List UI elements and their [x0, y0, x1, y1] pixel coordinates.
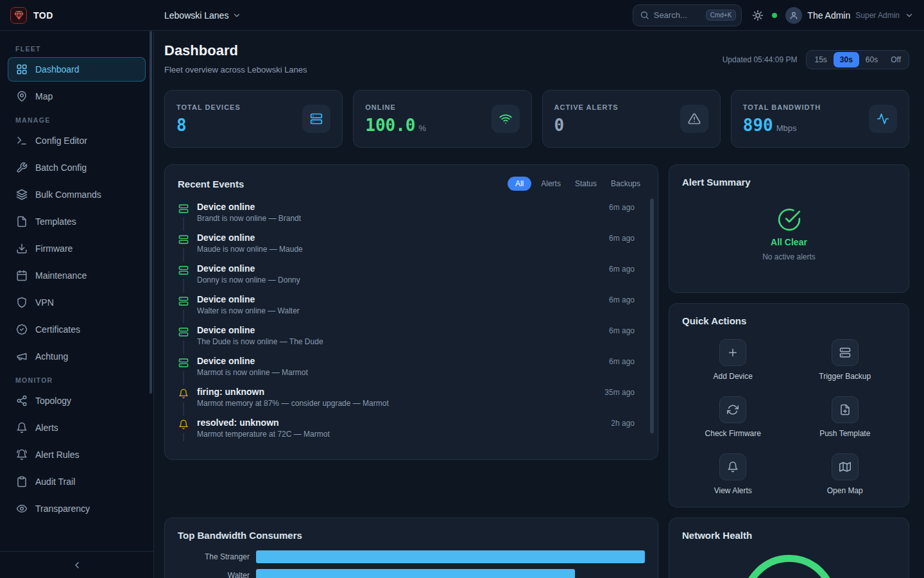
- stat-info: TOTAL DEVICES8: [176, 103, 241, 135]
- quick-action-open-map[interactable]: Open Map: [794, 453, 896, 495]
- bandwidth-device-label: The Stranger: [178, 552, 250, 561]
- org-selector[interactable]: Lebowski Lanes: [164, 10, 241, 21]
- event-body: Device online6m agoThe Dude is now onlin…: [197, 325, 635, 347]
- event-icon-wrap: [178, 263, 189, 285]
- event-row[interactable]: Device online6m agoBrandt is now online …: [178, 197, 635, 228]
- event-title: Device online: [197, 202, 255, 212]
- sidebar-item-alerts[interactable]: Alerts: [8, 416, 146, 440]
- sidebar-item-dashboard[interactable]: Dashboard: [8, 57, 146, 82]
- stat-value: 890Mbps: [743, 116, 821, 135]
- main-content: Dashboard Fleet overview across Lebowski…: [154, 31, 924, 578]
- stat-label: ONLINE: [365, 103, 426, 111]
- event-filter-status[interactable]: Status: [570, 177, 601, 191]
- event-body: Device online6m agoBrandt is now online …: [197, 202, 635, 223]
- bandwidth-bar-track: [256, 569, 645, 578]
- alert-summary-title: Alert Summary: [682, 177, 896, 188]
- event-detail: Donny is now online — Donny: [197, 276, 635, 285]
- event-row[interactable]: Device online6m agoDonny is now online —…: [178, 259, 635, 290]
- quick-action-icon-chip: [832, 453, 859, 480]
- stat-info: ONLINE100.0%: [365, 103, 426, 135]
- sidebar-item-templates[interactable]: Templates: [8, 209, 146, 234]
- sidebar-item-certificates[interactable]: Certificates: [8, 317, 146, 342]
- sidebar-item-label: Config Editor: [35, 136, 87, 146]
- sidebar-item-transparency[interactable]: Transparency: [8, 496, 146, 521]
- event-row[interactable]: Device online6m agoWalter is now online …: [178, 290, 635, 320]
- event-time: 6m ago: [609, 357, 635, 366]
- alert-status-text: All Clear: [771, 237, 807, 247]
- app-logo: [10, 7, 27, 24]
- stat-card-total-devices: TOTAL DEVICES8: [164, 90, 343, 148]
- event-row[interactable]: Device online6m agoMarmot is now online …: [178, 351, 635, 382]
- sidebar-item-label: Certificates: [35, 324, 80, 335]
- stats-row: TOTAL DEVICES8ONLINE100.0%ACTIVE ALERTS0…: [164, 90, 909, 148]
- bandwidth-rows: The StrangerWalter: [178, 550, 645, 578]
- event-filter-all[interactable]: All: [508, 177, 531, 191]
- check-circle-icon: [777, 207, 801, 232]
- quick-action-push-template[interactable]: Push Template: [794, 396, 896, 438]
- brand: TOD: [0, 7, 154, 24]
- chevron-left-icon: [72, 560, 82, 570]
- bandwidth-title: Top Bandwidth Consumers: [178, 530, 645, 541]
- sidebar-item-map[interactable]: Map: [8, 84, 146, 109]
- quick-action-check-firmware[interactable]: Check Firmware: [682, 396, 784, 438]
- sidebar-item-label: Alert Rules: [35, 450, 79, 460]
- event-body: Device online6m agoMarmot is now online …: [197, 356, 635, 378]
- quick-action-view-alerts[interactable]: View Alerts: [682, 453, 784, 495]
- sidebar-item-firmware[interactable]: Firmware: [8, 236, 146, 261]
- sidebar-scrollbar[interactable]: [150, 31, 152, 394]
- event-row[interactable]: firing: unknown35m agoMarmot memory at 8…: [178, 382, 635, 413]
- sidebar-collapse-button[interactable]: [0, 551, 153, 578]
- sidebar-item-config-editor[interactable]: Config Editor: [8, 128, 146, 153]
- event-time: 6m ago: [609, 295, 635, 304]
- refresh-option-15s[interactable]: 15s: [808, 52, 833, 67]
- event-body: Device online6m agoDonny is now online —…: [197, 263, 635, 285]
- search-input[interactable]: [654, 10, 701, 20]
- stat-card-total-bandwidth: TOTAL BANDWIDTH890Mbps: [731, 90, 909, 148]
- alert-summary-card: Alert Summary All Clear No active alerts: [669, 164, 909, 293]
- sidebar-item-topology[interactable]: Topology: [8, 389, 146, 413]
- stat-card-online: ONLINE100.0%: [353, 90, 531, 148]
- refresh-option-30s[interactable]: 30s: [834, 52, 859, 67]
- event-row[interactable]: Device online6m agoMaude is now online —…: [178, 228, 635, 259]
- event-icon-wrap: [178, 232, 189, 254]
- sidebar-item-maintenance[interactable]: Maintenance: [8, 263, 146, 288]
- event-row[interactable]: resolved: unknown2h agoMarmot temperatur…: [178, 413, 635, 441]
- event-body: firing: unknown35m agoMarmot memory at 8…: [197, 387, 635, 408]
- event-filter-backups[interactable]: Backups: [606, 177, 645, 191]
- events-scrollbar[interactable]: [650, 198, 654, 434]
- sidebar-item-label: Firmware: [35, 243, 73, 254]
- sidebar-item-batch-config[interactable]: Batch Config: [8, 155, 146, 180]
- sidebar-item-label: Templates: [35, 216, 76, 227]
- stat-info: TOTAL BANDWIDTH890Mbps: [743, 103, 821, 135]
- topbar: TOD Lebowski Lanes Cmd+K The Admin Super…: [0, 0, 924, 31]
- sidebar: FLEETDashboardMapMANAGEConfig EditorBatc…: [0, 31, 154, 578]
- quick-action-trigger-backup[interactable]: Trigger Backup: [794, 339, 896, 381]
- sidebar-item-alert-rules[interactable]: Alert Rules: [8, 442, 146, 467]
- shield-icon: [16, 297, 28, 308]
- sidebar-item-bulk-commands[interactable]: Bulk Commands: [8, 182, 146, 207]
- quick-action-add-device[interactable]: Add Device: [682, 339, 784, 381]
- event-icon-wrap: [178, 417, 189, 439]
- quick-action-icon-chip: [832, 396, 859, 423]
- user-menu[interactable]: The Admin Super Admin: [785, 7, 914, 24]
- stat-value: 8: [176, 116, 241, 135]
- theme-toggle-button[interactable]: [752, 10, 764, 21]
- sidebar-section-label: MONITOR: [15, 376, 138, 384]
- event-detail: Maude is now online — Maude: [197, 245, 635, 254]
- event-time: 2h ago: [611, 419, 635, 428]
- sidebar-item-vpn[interactable]: VPN: [8, 290, 146, 315]
- sidebar-item-achtung[interactable]: Achtung: [8, 344, 146, 369]
- event-filter-alerts[interactable]: Alerts: [536, 177, 565, 191]
- server-icon: [178, 358, 189, 368]
- quick-actions-grid: Add DeviceTrigger BackupCheck FirmwarePu…: [682, 339, 896, 495]
- refresh-option-off[interactable]: Off: [884, 52, 907, 67]
- sidebar-item-audit-trail[interactable]: Audit Trail: [8, 469, 146, 494]
- event-title: firing: unknown: [197, 387, 264, 397]
- sidebar-section-label: MANAGE: [15, 116, 138, 124]
- refresh-option-60s[interactable]: 60s: [859, 52, 884, 67]
- event-row[interactable]: Device online6m agoThe Dude is now onlin…: [178, 320, 635, 351]
- search-box[interactable]: Cmd+K: [633, 4, 742, 26]
- event-detail: Marmot is now online — Marmot: [197, 368, 635, 377]
- badge-check-icon: [16, 324, 28, 335]
- quick-actions-title: Quick Actions: [682, 315, 896, 326]
